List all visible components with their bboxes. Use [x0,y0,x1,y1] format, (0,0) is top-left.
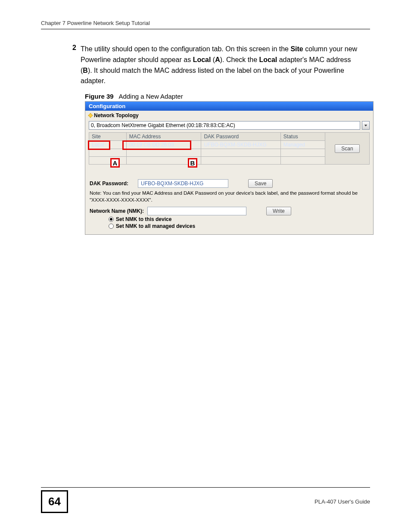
callout-label-B: B [188,158,197,168]
cell-dak: UFBO-BQXM-SKDB-HJXG [201,141,280,149]
scan-cell: Scan [325,133,369,165]
guide-name: PLA-407 User's Guide [314,498,370,505]
col-site[interactable]: Site [89,133,127,141]
section-label: Network Topology [94,112,139,118]
callout-label-A: A [110,158,120,168]
nic-select[interactable]: 0, Broadcom NetXtreme Gigabit Ethernet (… [89,121,360,130]
radio-icon [109,217,114,222]
nmk-label: Network Name (NMK): [90,208,144,214]
radio-icon [109,224,114,229]
t: ). Check the [220,56,259,63]
app-screenshot: Configuration Network Topology 0, Broadc… [85,101,374,235]
bold-local-2: Local [259,56,277,63]
table-header-row: Site MAC Address DAK Password Status Sca… [89,133,370,141]
figure-title: Adding a New Adapter [118,93,183,100]
section-network-topology: Network Topology [85,111,373,121]
bold-B: B [83,67,88,74]
cell-site: Local [89,141,127,149]
cell-status: Managed [280,141,325,149]
page-footer: 64 PLA-407 User's Guide [41,487,370,513]
radio-label: Set NMK to all managed devices [116,223,195,229]
step-number: 2 [68,44,81,52]
save-button[interactable]: Save [248,179,273,188]
bold-site: Site [290,45,303,53]
device-table: Site MAC Address DAK Password Status Sca… [89,132,370,165]
col-mac[interactable]: MAC Address [126,133,201,141]
dak-password-input[interactable]: UFBO-BQXM-SKDB-HJXG [138,179,228,188]
running-header: Chapter 7 Powerline Network Setup Tutori… [41,20,370,29]
nic-dropdown-button[interactable] [362,121,370,130]
scan-button[interactable]: Scan [335,144,359,153]
radio-all-devices[interactable]: Set NMK to all managed devices [109,223,369,229]
tab-configuration[interactable]: Configuration [85,102,373,111]
page-number: 64 [41,490,68,513]
radio-label: Set NMK to this device [116,216,171,222]
bold-A: A [215,56,220,63]
bullet-icon [88,113,93,118]
col-dak[interactable]: DAK Password [201,133,280,141]
radio-this-device[interactable]: Set NMK to this device [109,216,369,222]
nmk-input[interactable] [147,207,246,215]
cell-mac: 00:19:CB:DD:26:03 [126,141,201,149]
dak-note: Note: You can find your MAC Address and … [90,190,369,203]
t: The utility should open to the configura… [81,45,290,53]
step-2: 2 The utility should open to the configu… [68,44,370,87]
t: ). It should match the MAC address liste… [81,67,344,85]
step-text: The utility should open to the configura… [81,44,358,87]
write-button[interactable]: Write [266,207,291,215]
figure-label: Figure 39 [85,93,114,100]
col-status[interactable]: Status [280,133,325,141]
dak-password-label: DAK Password: [90,180,128,187]
svg-marker-0 [364,125,367,127]
bold-local-1: Local [193,56,211,63]
t: ( [211,56,215,63]
chevron-down-icon [364,124,367,127]
figure-caption: Figure 39 Adding a New Adapter [85,93,370,100]
